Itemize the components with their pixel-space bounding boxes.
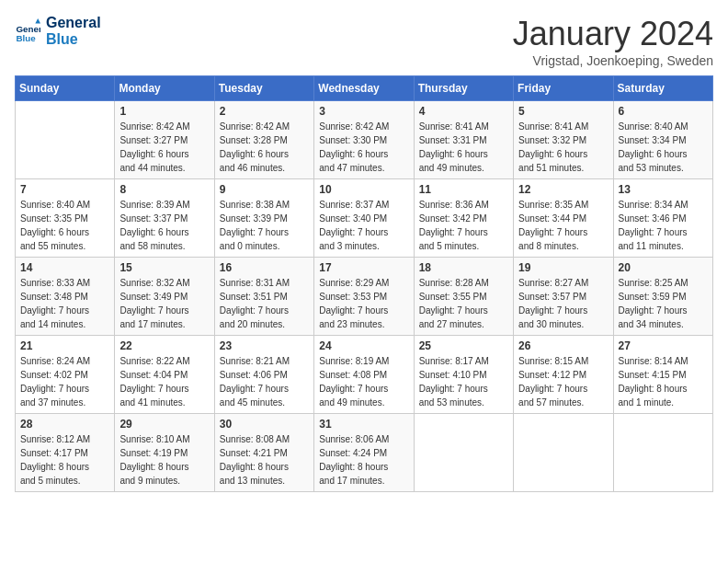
day-cell: 4Sunrise: 8:41 AMSunset: 3:31 PMDaylight… [414,101,513,179]
day-cell: 19Sunrise: 8:27 AMSunset: 3:57 PMDayligh… [514,258,613,336]
location: Vrigstad, Joenkoeping, Sweden [513,53,713,68]
day-info: Sunrise: 8:29 AMSunset: 3:53 PMDaylight:… [319,276,408,331]
day-cell: 1Sunrise: 8:42 AMSunset: 3:27 PMDaylight… [115,101,214,179]
day-cell: 24Sunrise: 8:19 AMSunset: 4:08 PMDayligh… [314,336,414,414]
day-number: 3 [319,105,408,118]
col-tuesday: Tuesday [214,76,313,101]
day-cell [514,414,613,492]
svg-text:Blue: Blue [16,33,36,43]
day-cell: 7Sunrise: 8:40 AMSunset: 3:35 PMDaylight… [16,179,115,258]
title-block: January 2024 Vrigstad, Joenkoeping, Swed… [513,15,713,68]
day-info: Sunrise: 8:10 AMSunset: 4:19 PMDaylight:… [119,432,209,488]
day-info: Sunrise: 8:36 AMSunset: 3:42 PMDaylight:… [419,198,508,253]
month-title: January 2024 [513,15,713,53]
day-cell: 11Sunrise: 8:36 AMSunset: 3:42 PMDayligh… [414,179,513,258]
day-info: Sunrise: 8:06 AMSunset: 4:24 PMDaylight:… [319,432,408,488]
day-number: 17 [319,261,408,274]
day-info: Sunrise: 8:39 AMSunset: 3:37 PMDaylight:… [119,198,209,253]
day-number: 23 [220,339,309,352]
day-cell: 27Sunrise: 8:14 AMSunset: 4:15 PMDayligh… [613,336,712,414]
calendar-table: Sunday Monday Tuesday Wednesday Thursday… [15,75,713,492]
day-info: Sunrise: 8:19 AMSunset: 4:08 PMDaylight:… [319,354,408,409]
col-sunday: Sunday [16,76,115,101]
day-number: 22 [119,339,209,352]
logo-line2: Blue [46,31,101,48]
week-row-3: 14Sunrise: 8:33 AMSunset: 3:48 PMDayligh… [16,258,713,336]
day-number: 24 [319,339,408,352]
day-cell: 29Sunrise: 8:10 AMSunset: 4:19 PMDayligh… [115,414,214,492]
day-cell: 13Sunrise: 8:34 AMSunset: 3:46 PMDayligh… [613,179,712,258]
day-cell: 28Sunrise: 8:12 AMSunset: 4:17 PMDayligh… [16,414,115,492]
day-info: Sunrise: 8:08 AMSunset: 4:21 PMDaylight:… [220,432,309,488]
day-number: 4 [419,105,508,118]
day-info: Sunrise: 8:34 AMSunset: 3:46 PMDaylight:… [619,198,708,253]
svg-marker-2 [35,18,40,24]
day-number: 18 [419,261,508,274]
day-info: Sunrise: 8:21 AMSunset: 4:06 PMDaylight:… [220,354,309,409]
header-row: Sunday Monday Tuesday Wednesday Thursday… [16,76,713,101]
day-number: 16 [220,261,309,274]
day-cell: 22Sunrise: 8:22 AMSunset: 4:04 PMDayligh… [115,336,214,414]
week-row-4: 21Sunrise: 8:24 AMSunset: 4:02 PMDayligh… [16,336,713,414]
day-cell: 6Sunrise: 8:40 AMSunset: 3:34 PMDaylight… [613,101,712,179]
logo: General Blue General Blue [15,15,101,47]
day-number: 30 [220,418,309,431]
day-info: Sunrise: 8:31 AMSunset: 3:51 PMDaylight:… [220,276,309,331]
logo-line1: General [46,15,101,31]
day-number: 2 [220,105,309,118]
day-info: Sunrise: 8:22 AMSunset: 4:04 PMDaylight:… [119,354,209,409]
col-friday: Friday [514,76,613,101]
day-cell: 3Sunrise: 8:42 AMSunset: 3:30 PMDaylight… [314,101,414,179]
day-info: Sunrise: 8:37 AMSunset: 3:40 PMDaylight:… [319,198,408,253]
day-info: Sunrise: 8:12 AMSunset: 4:17 PMDaylight:… [20,432,109,488]
day-info: Sunrise: 8:32 AMSunset: 3:49 PMDaylight:… [119,276,209,331]
day-cell: 15Sunrise: 8:32 AMSunset: 3:49 PMDayligh… [115,258,214,336]
week-row-1: 1Sunrise: 8:42 AMSunset: 3:27 PMDaylight… [16,101,713,179]
day-cell: 23Sunrise: 8:21 AMSunset: 4:06 PMDayligh… [214,336,313,414]
col-thursday: Thursday [414,76,513,101]
day-number: 5 [518,105,608,118]
day-number: 21 [20,339,109,352]
day-info: Sunrise: 8:24 AMSunset: 4:02 PMDaylight:… [20,354,109,409]
day-info: Sunrise: 8:42 AMSunset: 3:27 PMDaylight:… [119,120,209,175]
day-info: Sunrise: 8:25 AMSunset: 3:59 PMDaylight:… [619,276,708,331]
day-number: 13 [619,183,708,196]
day-info: Sunrise: 8:38 AMSunset: 3:39 PMDaylight:… [220,198,309,253]
day-cell: 26Sunrise: 8:15 AMSunset: 4:12 PMDayligh… [514,336,613,414]
col-monday: Monday [115,76,214,101]
week-row-5: 28Sunrise: 8:12 AMSunset: 4:17 PMDayligh… [16,414,713,492]
col-saturday: Saturday [613,76,712,101]
day-number: 14 [20,261,109,274]
day-number: 6 [619,105,708,118]
day-info: Sunrise: 8:14 AMSunset: 4:15 PMDaylight:… [619,354,708,409]
page-header: General Blue General Blue January 2024 V… [15,15,713,68]
day-cell: 2Sunrise: 8:42 AMSunset: 3:28 PMDaylight… [214,101,313,179]
day-info: Sunrise: 8:15 AMSunset: 4:12 PMDaylight:… [518,354,608,409]
day-number: 31 [319,418,408,431]
day-number: 11 [419,183,508,196]
day-cell: 30Sunrise: 8:08 AMSunset: 4:21 PMDayligh… [214,414,313,492]
day-info: Sunrise: 8:28 AMSunset: 3:55 PMDaylight:… [419,276,508,331]
day-number: 15 [119,261,209,274]
day-number: 1 [119,105,209,118]
day-cell: 16Sunrise: 8:31 AMSunset: 3:51 PMDayligh… [214,258,313,336]
day-cell: 8Sunrise: 8:39 AMSunset: 3:37 PMDaylight… [115,179,214,258]
day-info: Sunrise: 8:33 AMSunset: 3:48 PMDaylight:… [20,276,109,331]
day-info: Sunrise: 8:27 AMSunset: 3:57 PMDaylight:… [518,276,608,331]
day-number: 27 [619,339,708,352]
day-cell: 5Sunrise: 8:41 AMSunset: 3:32 PMDaylight… [514,101,613,179]
day-number: 10 [319,183,408,196]
day-number: 29 [119,418,209,431]
day-number: 25 [419,339,508,352]
day-number: 7 [20,183,109,196]
day-number: 19 [518,261,608,274]
day-cell: 17Sunrise: 8:29 AMSunset: 3:53 PMDayligh… [314,258,414,336]
day-info: Sunrise: 8:42 AMSunset: 3:30 PMDaylight:… [319,120,408,175]
day-cell [16,101,115,179]
day-info: Sunrise: 8:17 AMSunset: 4:10 PMDaylight:… [419,354,508,409]
day-cell [613,414,712,492]
day-cell [414,414,513,492]
day-info: Sunrise: 8:42 AMSunset: 3:28 PMDaylight:… [220,120,309,175]
day-info: Sunrise: 8:40 AMSunset: 3:34 PMDaylight:… [619,120,708,175]
day-cell: 12Sunrise: 8:35 AMSunset: 3:44 PMDayligh… [514,179,613,258]
